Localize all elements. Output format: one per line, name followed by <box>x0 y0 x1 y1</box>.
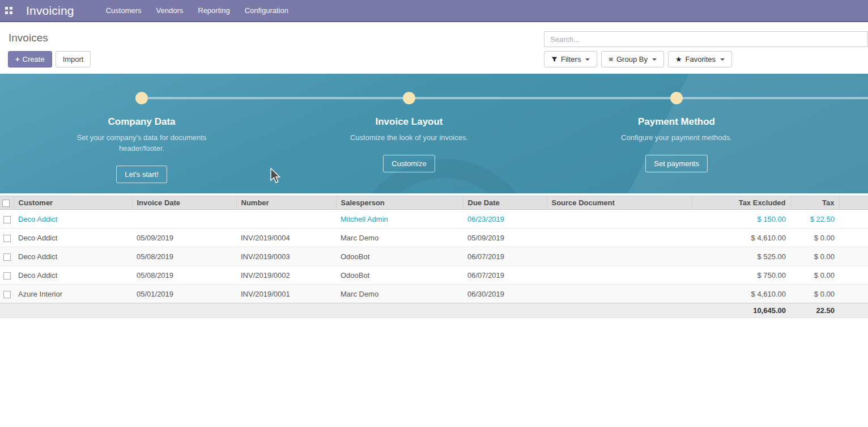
step-dot <box>403 92 415 104</box>
cell-number[interactable]: INV/2019/0001 <box>236 285 336 303</box>
step-description: Set your company's data for documents he… <box>69 132 215 154</box>
cell-due-date[interactable]: 06/23/2019 <box>463 210 547 229</box>
group-by-button-label: Group By <box>616 55 648 64</box>
create-button-label: Create <box>23 55 45 64</box>
cell-number[interactable]: INV/2019/0004 <box>236 229 336 247</box>
column-header-number[interactable]: Number <box>236 196 336 210</box>
cell-filler <box>839 266 868 285</box>
customize-button[interactable]: Customize <box>383 155 435 172</box>
apps-grid-square <box>5 11 8 14</box>
favorites-button[interactable]: ★ Favorites <box>668 51 732 67</box>
total-tax-excluded: 10,645.00 <box>692 303 790 318</box>
cell-invoice-date[interactable]: 05/08/2019 <box>132 247 236 266</box>
cell-number[interactable]: INV/2019/0002 <box>236 266 336 285</box>
cell-customer[interactable]: Deco Addict <box>14 266 132 285</box>
app-brand-invoicing[interactable]: Invoicing <box>26 4 74 18</box>
column-header-tax-excluded[interactable]: Tax Excluded <box>692 196 790 210</box>
column-header-source-document[interactable]: Source Document <box>547 196 692 210</box>
onboarding-step-invoice-layout: Invoice Layout Customize the look of you… <box>275 74 543 193</box>
cell-filler <box>839 285 868 303</box>
cell-customer[interactable]: Deco Addict <box>14 247 132 266</box>
select-all-checkbox[interactable] <box>2 200 10 207</box>
menu-vendors[interactable]: Vendors <box>156 6 184 15</box>
cell-source-document[interactable] <box>547 229 692 247</box>
column-header-customer[interactable]: Customer <box>14 196 132 210</box>
star-icon: ★ <box>675 55 682 64</box>
row-checkbox[interactable] <box>3 253 11 261</box>
cell-source-document[interactable] <box>547 247 692 266</box>
cell-number[interactable]: INV/2019/0003 <box>236 247 336 266</box>
column-header-filler <box>839 196 868 210</box>
cell-salesperson[interactable]: Marc Demo <box>336 285 463 303</box>
cell-invoice-date[interactable] <box>132 210 236 229</box>
set-payments-button[interactable]: Set payments <box>645 155 708 172</box>
cell-due-date[interactable]: 05/09/2019 <box>463 229 547 247</box>
group-by-button[interactable]: ≡ Group By <box>601 51 664 67</box>
cell-tax-excluded[interactable]: $ 525.00 <box>692 247 790 266</box>
cell-source-document[interactable] <box>547 285 692 303</box>
cell-tax-excluded[interactable]: $ 750.00 <box>692 266 790 285</box>
menu-customers[interactable]: Customers <box>106 6 142 15</box>
row-checkbox[interactable] <box>3 235 11 242</box>
column-header-salesperson[interactable]: Salesperson <box>336 196 463 210</box>
cell-number[interactable] <box>236 210 336 229</box>
cell-tax[interactable]: $ 0.00 <box>790 247 839 266</box>
cell-filler <box>839 210 868 229</box>
table-header-row: Customer Invoice Date Number Salesperson… <box>0 196 868 210</box>
cell-tax[interactable]: $ 0.00 <box>790 266 839 285</box>
column-header-tax[interactable]: Tax <box>790 196 839 210</box>
cell-salesperson[interactable]: Mitchell Admin <box>336 210 463 229</box>
cell-tax-excluded[interactable]: $ 4,610.00 <box>692 229 790 247</box>
cell-salesperson[interactable]: OdooBot <box>336 247 463 266</box>
cell-tax-excluded[interactable]: $ 4,610.00 <box>692 285 790 303</box>
table-row[interactable]: Deco Addict 05/09/2019 INV/2019/0004 Mar… <box>0 229 868 247</box>
cell-invoice-date[interactable]: 05/09/2019 <box>132 229 236 247</box>
cell-source-document[interactable] <box>547 210 692 229</box>
search-filter-bar: Filters ≡ Group By ★ Favorites <box>544 51 732 67</box>
cell-customer[interactable]: Deco Addict <box>14 229 132 247</box>
cell-invoice-date[interactable]: 05/01/2019 <box>132 285 236 303</box>
cell-customer[interactable]: Deco Addict <box>14 210 132 229</box>
import-button[interactable]: Import <box>56 51 91 67</box>
cell-source-document[interactable] <box>547 266 692 285</box>
onboarding-banner: Company Data Set your company's data for… <box>0 74 868 193</box>
row-checkbox[interactable] <box>3 216 11 223</box>
cell-due-date[interactable]: 06/30/2019 <box>463 285 547 303</box>
row-checkbox[interactable] <box>3 272 11 280</box>
apps-menu-icon[interactable] <box>5 7 12 14</box>
menu-configuration[interactable]: Configuration <box>245 6 288 15</box>
table-row[interactable]: Azure Interior 05/01/2019 INV/2019/0001 … <box>0 285 868 303</box>
cell-salesperson[interactable]: Marc Demo <box>336 229 463 247</box>
lets-start-button[interactable]: Let's start! <box>116 166 167 183</box>
filter-funnel-icon <box>551 56 558 62</box>
search-input[interactable] <box>544 31 868 47</box>
cell-customer[interactable]: Azure Interior <box>14 285 132 303</box>
table-row[interactable]: Deco Addict 05/08/2019 INV/2019/0002 Odo… <box>0 266 868 285</box>
cell-salesperson[interactable]: OdooBot <box>336 266 463 285</box>
cell-tax[interactable]: $ 0.00 <box>790 285 839 303</box>
table-row[interactable]: Deco Addict Mitchell Admin 06/23/2019 $ … <box>0 210 868 229</box>
top-navbar: Invoicing Customers Vendors Reporting Co… <box>0 0 868 22</box>
cell-tax[interactable]: $ 22.50 <box>790 210 839 229</box>
step-title: Company Data <box>8 116 275 128</box>
cell-invoice-date[interactable]: 05/08/2019 <box>132 266 236 285</box>
cell-tax-excluded[interactable]: $ 150.00 <box>692 210 790 229</box>
chevron-down-icon <box>585 58 590 61</box>
create-button[interactable]: +Create <box>8 51 52 67</box>
apps-grid-square <box>10 7 12 10</box>
step-title: Invoice Layout <box>275 116 543 128</box>
onboarding-step-company-data: Company Data Set your company's data for… <box>8 74 275 193</box>
menu-reporting[interactable]: Reporting <box>198 6 229 15</box>
row-checkbox[interactable] <box>3 291 11 298</box>
cell-filler <box>839 247 868 266</box>
navbar-menu: Customers Vendors Reporting Configuratio… <box>106 6 288 15</box>
table-row[interactable]: Deco Addict 05/08/2019 INV/2019/0003 Odo… <box>0 247 868 266</box>
cell-due-date[interactable]: 06/07/2019 <box>463 266 547 285</box>
cell-due-date[interactable]: 06/07/2019 <box>463 247 547 266</box>
group-by-lines-icon: ≡ <box>609 55 613 64</box>
filters-button[interactable]: Filters <box>544 51 597 67</box>
column-header-due-date[interactable]: Due Date <box>463 196 547 210</box>
column-header-invoice-date[interactable]: Invoice Date <box>132 196 236 210</box>
cell-tax[interactable]: $ 0.00 <box>790 229 839 247</box>
step-dot <box>670 92 683 104</box>
